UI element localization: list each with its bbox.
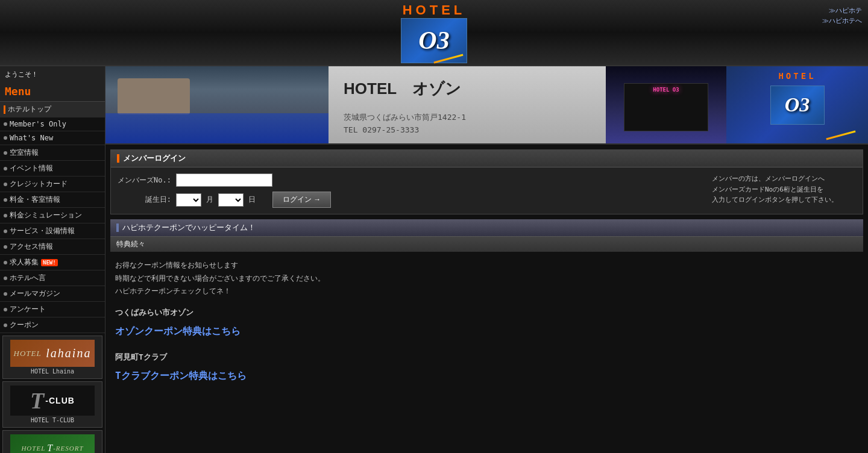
content-body: お得なクーポン情報をお知らせします 時期などで利用できない場合がございますのでご… bbox=[105, 254, 868, 390]
lahaina-name: HOTEL Lhaina bbox=[31, 368, 74, 375]
tclub-coupon-link[interactable]: Tクラブクーポン特典はこちら bbox=[115, 370, 247, 381]
neon-building: HOTEL O3 bbox=[624, 83, 708, 131]
hero-image-right1: HOTEL O3 bbox=[606, 66, 726, 143]
sidebar-tclub-hotel[interactable]: T -CLUB HOTEL T-CLUB bbox=[2, 381, 102, 428]
sidebar-bar-icon bbox=[4, 105, 5, 114]
sidebar-item-members-only[interactable]: Member's Only bbox=[0, 117, 105, 131]
sidebar-label-hotel-comment: ホテルへ言 bbox=[10, 273, 46, 283]
sidebar-dot-icon bbox=[4, 183, 7, 186]
sidebar: ようこそ！ Menu ホテルトップ Member's Only What's N… bbox=[0, 66, 105, 453]
sidebar-lahaina-hotel[interactable]: HOTEL lahaina HOTEL Lhaina bbox=[2, 336, 102, 379]
city-ozone: つくばみらい市オゾン bbox=[115, 305, 863, 319]
sidebar-dot-icon bbox=[4, 245, 7, 249]
tresort-logo: HOTEL T -RESORT bbox=[10, 434, 95, 453]
sidebar-item-coupon[interactable]: クーポン bbox=[0, 317, 105, 333]
hotel-address: 茨城県つくばみらい市筒戸1422-1 TEL 0297-25-3333 bbox=[344, 111, 591, 137]
sidebar-item-whats-new[interactable]: What's New bbox=[0, 131, 105, 145]
sidebar-dot-icon bbox=[4, 198, 7, 202]
sidebar-item-recruiting[interactable]: 求人募集 NEW! bbox=[0, 255, 105, 270]
coupon-main-header: ハピホテクーポンでハッピータイム！ bbox=[110, 219, 863, 236]
sidebar-item-pricing[interactable]: 料金・客室情報 bbox=[0, 192, 105, 208]
month-label: 月 bbox=[206, 195, 213, 205]
sidebar-item-price-sim[interactable]: 料金シミュレーション bbox=[0, 208, 105, 223]
sidebar-dot-icon bbox=[4, 230, 7, 233]
sidebar-label-mail-mag: メールマガジン bbox=[10, 289, 60, 299]
login-header: メンバーログイン bbox=[111, 150, 863, 167]
hero-image-right2: HOTEL O3 bbox=[726, 66, 868, 143]
new-badge: NEW! bbox=[41, 259, 58, 266]
sidebar-item-hotel-top[interactable]: ホテルトップ bbox=[0, 102, 105, 117]
instructions-line2: メンバーズカードNoの6桁と誕生日を bbox=[712, 184, 857, 195]
page-header: HOTEL O3 ≫ハピホテ ≫ハピホテへ bbox=[0, 0, 868, 66]
hero-logo2: O3 bbox=[770, 86, 825, 125]
hapihoteru-go-link[interactable]: ≫ハピホテへ bbox=[822, 16, 862, 25]
hapihoteru-link[interactable]: ≫ハピホテ bbox=[829, 6, 862, 15]
welcome-text: ようこそ！ bbox=[0, 66, 105, 83]
sidebar-item-events[interactable]: イベント情報 bbox=[0, 161, 105, 177]
sidebar-label-services: サービス・設備情報 bbox=[10, 226, 75, 236]
coupon-sub-header: 特典続々 bbox=[110, 236, 863, 252]
lahaina-logo: HOTEL lahaina bbox=[10, 340, 95, 367]
header-logo: HOTEL O3 bbox=[401, 2, 467, 63]
sidebar-label-coupon: クーポン bbox=[10, 320, 39, 330]
coupon-body-line2: 時期などで利用できない場合がございますのでご了承ください。 bbox=[115, 272, 863, 286]
member-no-input[interactable] bbox=[176, 173, 272, 187]
sidebar-dot-icon bbox=[4, 276, 7, 280]
logo-box: O3 bbox=[401, 18, 467, 63]
sidebar-item-services[interactable]: サービス・設備情報 bbox=[0, 223, 105, 239]
day-select[interactable]: 12345 678910 1112131415 1617181920 21222… bbox=[218, 193, 244, 207]
main-container: ようこそ！ Menu ホテルトップ Member's Only What's N… bbox=[0, 66, 868, 453]
sidebar-label-recruiting: 求人募集 bbox=[10, 257, 39, 267]
sidebar-label-access: アクセス情報 bbox=[10, 242, 53, 252]
sidebar-dot-icon bbox=[4, 122, 7, 126]
login-section: メンバーログイン メンバーズNo.: 誕生日: 1234 5678 910 bbox=[110, 149, 863, 214]
sidebar-item-hotel-comment[interactable]: ホテルへ言 bbox=[0, 270, 105, 286]
sidebar-item-access[interactable]: アクセス情報 bbox=[0, 239, 105, 255]
hero-text-area: HOTEL オゾン 茨城県つくばみらい市筒戸1422-1 TEL 0297-25… bbox=[329, 66, 606, 143]
login-instructions: メンバーの方は、メンバーログインへ メンバーズカードNoの6桁と誕生日を 入力し… bbox=[712, 173, 857, 208]
birthday-row: 誕生日: 1234 5678 9101112 月 12345 678910 bbox=[117, 192, 706, 208]
member-no-label: メンバーズNo.: bbox=[117, 175, 171, 186]
login-title: メンバーログイン bbox=[123, 153, 186, 164]
sidebar-item-mail-mag[interactable]: メールマガジン bbox=[0, 286, 105, 302]
sidebar-label-pricing: 料金・客室情報 bbox=[10, 195, 60, 205]
content-area: HOTEL オゾン 茨城県つくばみらい市筒戸1422-1 TEL 0297-25… bbox=[105, 66, 868, 453]
coupon-body-line3: ハピホテクーポンチェックしてネ！ bbox=[115, 285, 863, 298]
hero-image-left bbox=[105, 66, 329, 143]
menu-title: Menu bbox=[0, 83, 105, 102]
login-header-bar bbox=[117, 154, 119, 163]
sidebar-dot-icon bbox=[4, 151, 7, 155]
logo-decoration bbox=[433, 54, 463, 63]
hotel-text-label: HOTEL bbox=[403, 2, 466, 18]
sidebar-item-vacancy[interactable]: 空室情報 bbox=[0, 145, 105, 161]
sidebar-label-price-sim: 料金シミュレーション bbox=[10, 210, 82, 220]
hero-logo2-decoration bbox=[826, 131, 855, 140]
month-select[interactable]: 1234 5678 9101112 bbox=[176, 193, 201, 207]
coupon-sub-text: 特典続々 bbox=[116, 240, 145, 248]
deck-image bbox=[118, 78, 190, 114]
coupon-header-text: ハピホテクーポンでハッピータイム！ bbox=[122, 222, 256, 233]
pool-water bbox=[105, 113, 329, 143]
sidebar-dot-icon bbox=[4, 214, 7, 217]
login-button[interactable]: ログイン → bbox=[272, 192, 331, 208]
birthday-label: 誕生日: bbox=[117, 195, 171, 205]
sidebar-dot-icon bbox=[4, 308, 7, 311]
sidebar-dot-icon bbox=[4, 323, 7, 327]
neon-sign: HOTEL O3 bbox=[653, 87, 679, 93]
sidebar-label-vacancy: 空室情報 bbox=[10, 148, 39, 158]
sidebar-item-credit-card[interactable]: クレジットカード bbox=[0, 177, 105, 192]
address-line1: 茨城県つくばみらい市筒戸1422-1 bbox=[344, 111, 591, 124]
sidebar-dot-icon bbox=[4, 167, 7, 170]
hero-logo2-text: O3 bbox=[785, 93, 810, 116]
sidebar-tresort-hotel[interactable]: HOTEL T -RESORT HOTEL T-RESORT bbox=[2, 430, 102, 453]
tclub-logo: T -CLUB bbox=[10, 386, 95, 416]
top-right-links: ≫ハピホテ ≫ハピホテへ bbox=[822, 6, 862, 25]
coupon-body-line1: お得なクーポン情報をお知らせします bbox=[115, 259, 863, 272]
sidebar-dot-icon bbox=[4, 136, 7, 140]
sidebar-label-events: イベント情報 bbox=[10, 163, 53, 173]
day-label: 日 bbox=[248, 195, 256, 205]
sidebar-label-survey: アンケート bbox=[10, 304, 46, 314]
ozone-coupon-link[interactable]: オゾンクーポン特典はこちら bbox=[115, 325, 241, 337]
sidebar-item-survey[interactable]: アンケート bbox=[0, 302, 105, 317]
tclub-name: HOTEL T-CLUB bbox=[31, 417, 74, 423]
